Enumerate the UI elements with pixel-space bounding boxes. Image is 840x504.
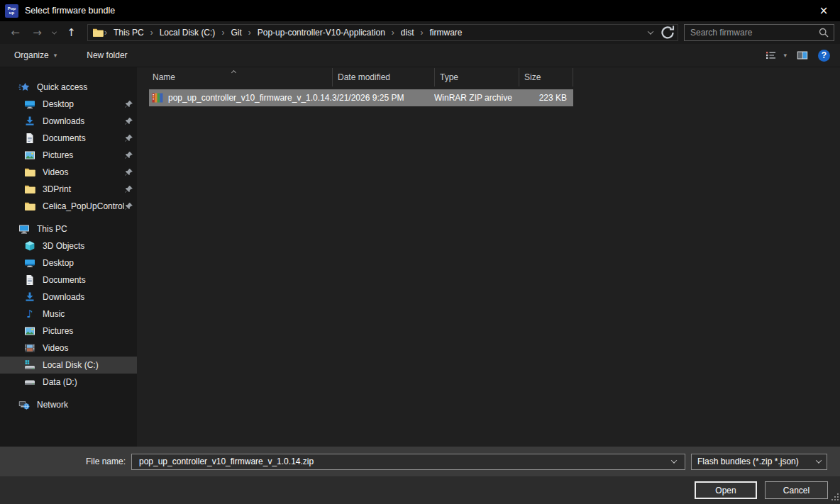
breadcrumb-item-pop-up-controller-v10-application[interactable]: Pop-up-controller-V10-Application (252, 28, 391, 38)
quickaccess-icon (18, 82, 30, 93)
sidebar-item-label: Desktop (43, 258, 137, 268)
folder-icon (92, 27, 104, 38)
address-bar[interactable]: ›This PC›Local Disk (C:)›Git›Pop-up-cont… (87, 24, 678, 41)
navigation-bar: ← → ↑ ›This PC›Local Disk (C:)›Git›Pop-u… (0, 21, 840, 44)
column-header-type[interactable]: Type (434, 68, 519, 86)
organize-button[interactable]: Organize ▾ (14, 50, 57, 60)
chevron-down-icon: ▾ (783, 52, 787, 59)
chevron-down-icon (671, 457, 677, 463)
sidebar-item-videos[interactable]: Videos (0, 340, 137, 357)
pin-icon (124, 185, 133, 194)
column-headers: NameDate modifiedTypeSize (137, 68, 840, 86)
select-firmware-bundle-dialog: Popup Select firmware bundle × ← → ↑ ›Th… (0, 0, 840, 504)
sidebar-item-this-pc[interactable]: This PC (0, 220, 137, 237)
file-row[interactable]: pop_up_controller_v10_firmware_v_1.0.14.… (149, 89, 573, 106)
new-folder-button[interactable]: New folder (87, 50, 127, 60)
picture-icon (24, 325, 35, 337)
sidebar-item-label: Data (D:) (43, 377, 137, 387)
sidebar-item-network[interactable]: Network (0, 396, 137, 413)
organize-label: Organize (14, 50, 49, 60)
diskwin-icon (24, 359, 35, 371)
recent-locations-button[interactable] (48, 23, 60, 43)
film-icon (24, 342, 35, 354)
file-name-input[interactable] (138, 456, 666, 467)
sidebar-item-videos[interactable]: Videos (0, 164, 137, 181)
sidebar-item-desktop[interactable]: Desktop (0, 96, 137, 113)
sidebar-item-label: 3D Objects (43, 241, 137, 251)
sidebar-item-documents[interactable]: Documents (0, 130, 137, 147)
folder-icon (24, 167, 35, 178)
breadcrumb-item-git[interactable]: Git (225, 28, 247, 38)
breadcrumb-item-this-pc[interactable]: This PC (108, 28, 150, 38)
preview-pane-icon (797, 50, 808, 61)
sidebar-item-downloads[interactable]: Downloads (0, 289, 137, 306)
file-list: NameDate modifiedTypeSize pop_up_control… (137, 67, 840, 447)
download-icon (24, 116, 35, 127)
file-name-dropdown-button[interactable] (666, 459, 682, 464)
back-arrow-icon: ← (11, 26, 20, 39)
dialog-buttons: Open Cancel (0, 476, 840, 504)
address-dropdown-button[interactable] (642, 25, 659, 40)
column-header-size[interactable]: Size (519, 68, 573, 86)
sidebar-item-3dprint[interactable]: 3DPrint (0, 181, 137, 198)
file-name-combo (131, 454, 685, 470)
preview-pane-button[interactable] (797, 50, 808, 61)
sidebar-item-label: Celica_PopUpController (43, 201, 124, 211)
disk-icon (24, 376, 35, 388)
desktop-icon (24, 257, 35, 269)
resize-grip[interactable] (831, 493, 839, 503)
sidebar-item-downloads[interactable]: Downloads (0, 113, 137, 130)
toolbar-right: ▾ ? (766, 50, 830, 62)
sidebar-item-3d-objects[interactable]: 3D Objects (0, 237, 137, 254)
close-button[interactable]: × (807, 0, 840, 21)
sidebar-item-label: Downloads (43, 292, 137, 302)
breadcrumb-item-firmware[interactable]: firmware (424, 28, 468, 38)
file-date-modified: 3/21/2026 9:25 PM (332, 93, 434, 103)
views-button[interactable]: ▾ (766, 50, 787, 61)
pin-icon (124, 151, 133, 160)
sidebar-item-documents[interactable]: Documents (0, 271, 137, 289)
document-icon (24, 133, 35, 144)
column-header-date-modified[interactable]: Date modified (332, 68, 434, 86)
sidebar-item-celica-popupcontroller[interactable]: Celica_PopUpController (0, 198, 137, 215)
cube-icon (24, 240, 35, 252)
sidebar-item-label: Downloads (43, 116, 124, 126)
file-size: 223 KB (519, 93, 573, 103)
folder-icon (24, 201, 35, 212)
help-button[interactable]: ? (818, 50, 830, 62)
sidebar-item-label: This PC (37, 224, 137, 234)
sidebar-item-pictures[interactable]: Pictures (0, 147, 137, 164)
pin-icon (124, 202, 133, 211)
forward-button[interactable]: → (26, 23, 48, 43)
sidebar-item-desktop[interactable]: Desktop (0, 254, 137, 271)
sidebar-item-local-disk-c[interactable]: Local Disk (C:) (0, 357, 137, 374)
pin-icon (124, 134, 133, 143)
document-icon (24, 274, 35, 286)
file-type-select[interactable]: Flash bundles (*.zip *.json) (691, 454, 827, 470)
file-name-cell: pop_up_controller_v10_firmware_v_1.0.14.… (149, 92, 332, 103)
breadcrumb-item-dist[interactable]: dist (395, 28, 420, 38)
sidebar-item-data-d[interactable]: Data (D:) (0, 374, 137, 391)
sidebar-item-music[interactable]: ♪Music (0, 306, 137, 323)
sidebar-item-pictures[interactable]: Pictures (0, 323, 137, 340)
search-input[interactable] (689, 27, 818, 38)
refresh-button[interactable] (659, 25, 676, 40)
back-button[interactable]: ← (4, 23, 26, 43)
sidebar-tree: Quick accessDesktopDownloadsDocumentsPic… (0, 67, 137, 447)
pin-icon (124, 168, 133, 177)
sidebar-item-quick-access[interactable]: Quick access (0, 79, 137, 96)
sidebar-item-label: Local Disk (C:) (43, 360, 137, 370)
help-icon: ? (822, 50, 827, 60)
up-button[interactable]: ↑ (60, 23, 82, 43)
chevron-down-icon (811, 459, 827, 464)
up-arrow-icon: ↑ (67, 26, 76, 39)
open-button[interactable]: Open (695, 481, 757, 499)
views-icon (766, 50, 777, 61)
winrar-icon (152, 92, 163, 103)
breadcrumb-item-local-disk-c[interactable]: Local Disk (C:) (154, 28, 221, 38)
sidebar-item-label: Quick access (37, 82, 137, 92)
forward-arrow-icon: → (33, 26, 42, 39)
titlebar: Popup Select firmware bundle × (0, 0, 840, 21)
cancel-button[interactable]: Cancel (765, 481, 828, 499)
desktop-icon (24, 99, 35, 110)
